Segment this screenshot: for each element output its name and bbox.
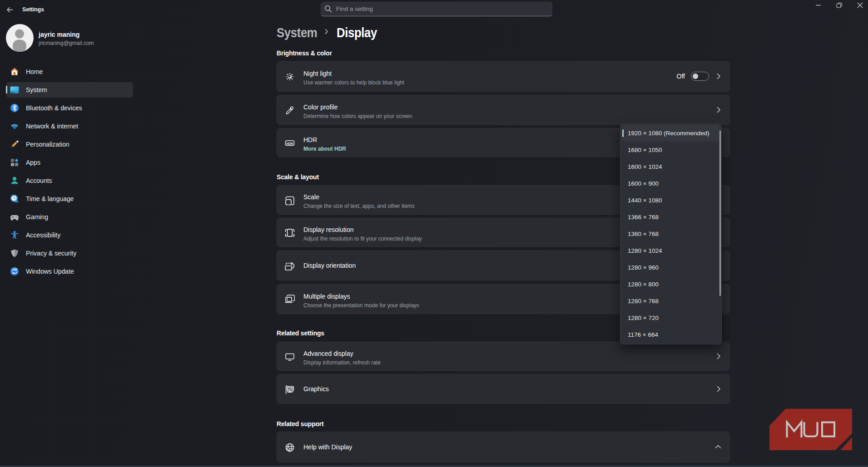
- svg-text:HDR: HDR: [287, 142, 293, 145]
